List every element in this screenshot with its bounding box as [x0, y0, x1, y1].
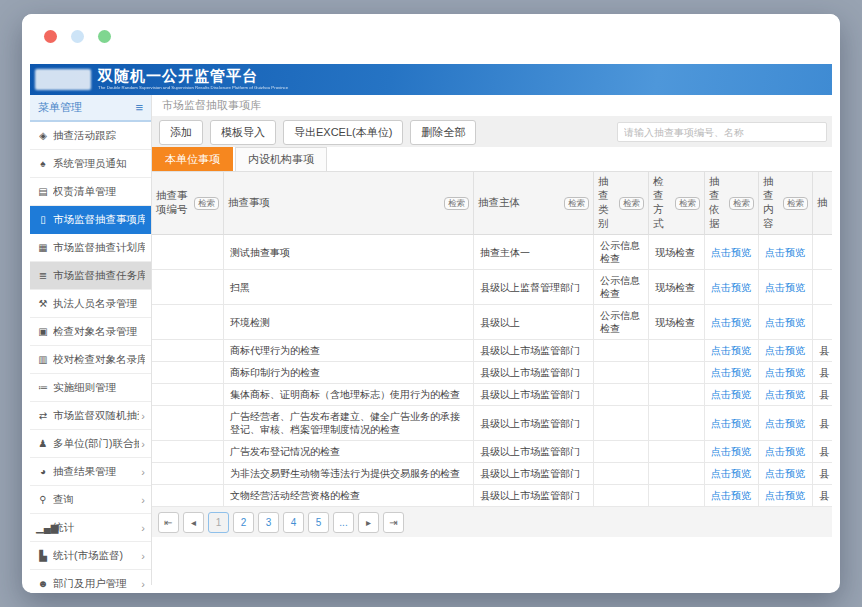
first-page-button[interactable]: ⇤ — [158, 512, 179, 533]
preview-link[interactable]: 点击预览 — [705, 441, 759, 463]
page-button-4[interactable]: 4 — [283, 512, 304, 533]
preview-link[interactable]: 点击预览 — [759, 463, 813, 485]
table-cell: 文物经营活动经营资格的检查 — [224, 485, 474, 507]
sidebar-item-double-random-inspection[interactable]: ⇄市场监督双随机抽查› — [30, 402, 151, 430]
table-cell: 县 — [813, 406, 832, 441]
search-input[interactable] — [617, 122, 827, 142]
sidebar-item-joint-inspection[interactable]: ♟多单位(部门)联合抽查› — [30, 430, 151, 458]
sidebar-item-duty-list-management[interactable]: ▤权责清单管理 — [30, 178, 151, 206]
content-filler — [152, 537, 832, 585]
filter-badge[interactable]: 检索 — [564, 197, 589, 210]
hamburger-menu-icon[interactable]: ≡ — [135, 100, 143, 115]
add-button[interactable]: 添加 — [159, 120, 203, 145]
table-cell: 县级以上市场监管部门 — [474, 384, 594, 406]
filter-badge[interactable]: 检索 — [729, 197, 754, 210]
sidebar-item-enforcement-personnel-directory[interactable]: ⚒执法人员名录管理 — [30, 290, 151, 318]
preview-link[interactable]: 点击预览 — [759, 305, 813, 340]
chevron-right-icon: › — [141, 438, 145, 450]
close-window-icon[interactable] — [44, 30, 57, 43]
next-page-button[interactable]: ▸ — [358, 512, 379, 533]
sidebar-title: 菜单管理 — [38, 100, 82, 115]
filter-badge[interactable]: 检索 — [783, 197, 808, 210]
tab-internal-org-items[interactable]: 内设机构事项 — [235, 147, 327, 171]
table-cell — [813, 270, 832, 305]
sidebar: 菜单管理 ≡ ◈抽查活动跟踪 ♠系统管理员通知 ▤权责清单管理 ▯市场监督抽查事… — [30, 95, 152, 585]
sidebar-item-inspection-items-library[interactable]: ▯市场监督抽查事项库 — [30, 206, 151, 234]
rules-list-icon: ≔ — [36, 382, 50, 393]
preview-link[interactable]: 点击预览 — [759, 485, 813, 507]
column-label: 抽查事项编号 — [156, 189, 192, 217]
filter-badge[interactable]: 检索 — [194, 197, 219, 210]
filter-badge[interactable]: 检索 — [619, 197, 644, 210]
preview-link[interactable]: 点击预览 — [705, 340, 759, 362]
sidebar-item-implementation-rules[interactable]: ≔实施细则管理 — [30, 374, 151, 402]
table-cell — [152, 485, 224, 507]
sidebar-item-activity-tracking[interactable]: ◈抽查活动跟踪 — [30, 122, 151, 150]
table-cell — [152, 235, 224, 270]
sidebar-item-proofread-subjects-library[interactable]: ▥校对检查对象名录库 — [30, 346, 151, 374]
sidebar-item-admin-notifications[interactable]: ♠系统管理员通知 — [30, 150, 151, 178]
preview-link[interactable]: 点击预览 — [705, 406, 759, 441]
last-page-button[interactable]: ⇥ — [383, 512, 404, 533]
preview-link[interactable]: 点击预览 — [759, 384, 813, 406]
badge-icon: ▥ — [36, 354, 50, 365]
preview-link[interactable]: 点击预览 — [705, 235, 759, 270]
delete-all-button[interactable]: 删除全部 — [410, 120, 476, 145]
sidebar-item-inspection-results[interactable]: ◕抽查结果管理› — [30, 458, 151, 486]
preview-link[interactable]: 点击预览 — [759, 441, 813, 463]
sidebar-item-inspection-plan-library[interactable]: ▦市场监督抽查计划库 — [30, 234, 151, 262]
document-icon: ▯ — [36, 214, 50, 225]
table-cell: 测试抽查事项 — [224, 235, 474, 270]
column-label: 抽 — [817, 196, 828, 210]
bar-chart-icon: ▁▄▆ — [36, 522, 50, 533]
preview-link[interactable]: 点击预览 — [705, 463, 759, 485]
preview-link[interactable]: 点击预览 — [759, 406, 813, 441]
preview-link[interactable]: 点击预览 — [705, 485, 759, 507]
preview-link[interactable]: 点击预览 — [759, 270, 813, 305]
column-label: 检查方式 — [653, 175, 673, 231]
table-cell — [594, 340, 649, 362]
minimize-window-icon[interactable] — [71, 30, 84, 43]
filter-badge[interactable]: 检索 — [675, 197, 700, 210]
preview-link[interactable]: 点击预览 — [705, 270, 759, 305]
sidebar-item-departments-users[interactable]: ☻部门及用户管理› — [30, 570, 151, 593]
table-cell: 扫黑 — [224, 270, 474, 305]
table-cell: 县级以上市场监管部门 — [474, 340, 594, 362]
sidebar-item-label: 系统管理员通知 — [53, 157, 145, 171]
filter-badge[interactable]: 检索 — [444, 197, 469, 210]
table-cell — [152, 270, 224, 305]
table-cell — [813, 305, 832, 340]
sidebar-item-label: 市场监督抽查事项库 — [53, 213, 145, 227]
preview-link[interactable]: 点击预览 — [759, 340, 813, 362]
page-button-5[interactable]: 5 — [308, 512, 329, 533]
preview-link[interactable]: 点击预览 — [705, 362, 759, 384]
table-cell: 环境检测 — [224, 305, 474, 340]
sidebar-item-query[interactable]: ⚲查询› — [30, 486, 151, 514]
maximize-window-icon[interactable] — [98, 30, 111, 43]
tab-own-unit-items[interactable]: 本单位事项 — [152, 147, 233, 171]
sidebar-item-label: 统计(市场监督) — [53, 549, 139, 563]
sidebar-item-inspection-subjects-directory[interactable]: ▣检查对象名录管理 — [30, 318, 151, 346]
main-content: 市场监督抽取事项库 添加 模板导入 导出EXCEL(本单位) 删除全部 本单位事… — [152, 95, 832, 585]
preview-link[interactable]: 点击预览 — [705, 384, 759, 406]
page-button-3[interactable]: 3 — [258, 512, 279, 533]
table-cell: 县 — [813, 441, 832, 463]
export-excel-button[interactable]: 导出EXCEL(本单位) — [283, 120, 403, 145]
template-import-button[interactable]: 模板导入 — [210, 120, 276, 145]
sidebar-item-statistics-market[interactable]: ▙统计(市场监督)› — [30, 542, 151, 570]
table-row: 测试抽查事项抽查主体一公示信息检查现场检查点击预览点击预览 — [152, 235, 832, 270]
preview-link[interactable]: 点击预览 — [705, 305, 759, 340]
preview-link[interactable]: 点击预览 — [759, 362, 813, 384]
previous-page-button[interactable]: ◂ — [183, 512, 204, 533]
table-cell — [594, 362, 649, 384]
page-button-1[interactable]: 1 — [208, 512, 229, 533]
ellipsis-page-button[interactable]: ... — [333, 512, 354, 533]
app-title: 双随机一公开监管平台 — [98, 68, 362, 83]
preview-link[interactable]: 点击预览 — [759, 235, 813, 270]
sidebar-item-inspection-task-library[interactable]: ≣市场监督抽查任务库 — [30, 262, 151, 290]
app-title-block: 双随机一公开监管平台 The Double Random Supervision… — [98, 68, 362, 91]
sidebar-item-statistics[interactable]: ▁▄▆统计› — [30, 514, 151, 542]
table-cell: 县级以上市场监管部门 — [474, 362, 594, 384]
page-button-2[interactable]: 2 — [233, 512, 254, 533]
sidebar-item-label: 权责清单管理 — [53, 185, 145, 199]
